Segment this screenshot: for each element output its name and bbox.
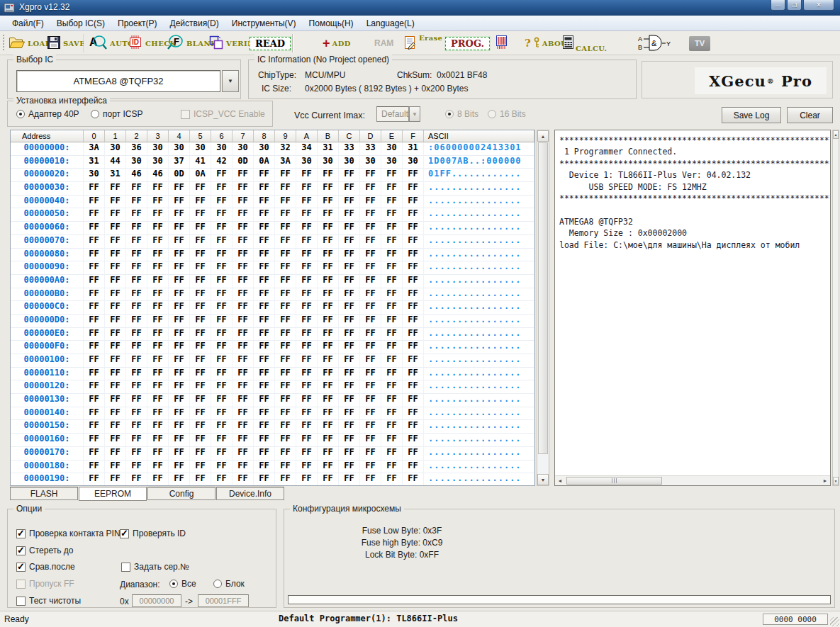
hex-byte-cell[interactable]: FF <box>190 208 211 222</box>
hex-byte-cell[interactable]: FF <box>126 182 147 196</box>
hex-byte-cell[interactable]: FF <box>403 182 424 196</box>
hex-byte-cell[interactable]: FF <box>360 208 381 222</box>
hex-byte-cell[interactable]: FF <box>126 208 147 222</box>
hex-byte-cell[interactable]: FF <box>190 222 211 235</box>
hex-byte-cell[interactable]: 31 <box>84 156 105 169</box>
hex-byte-cell[interactable]: FF <box>190 407 211 421</box>
hex-byte-cell[interactable]: FF <box>211 222 233 235</box>
hex-byte-cell[interactable]: 30 <box>233 142 254 156</box>
menu-language[interactable]: Language(L) <box>360 17 421 30</box>
hex-byte-cell[interactable]: FF <box>254 407 275 421</box>
hex-byte-cell[interactable]: FF <box>169 328 190 341</box>
hex-byte-cell[interactable]: FF <box>105 222 126 235</box>
hex-byte-cell[interactable]: FF <box>360 275 381 288</box>
hex-byte-cell[interactable]: 0A <box>190 169 211 182</box>
hex-byte-cell[interactable]: FF <box>105 354 126 368</box>
hex-byte-cell[interactable]: FF <box>403 169 424 182</box>
hex-byte-cell[interactable]: FF <box>211 368 233 381</box>
hex-byte-cell[interactable]: FF <box>296 182 318 196</box>
hex-byte-cell[interactable]: 30 <box>254 142 275 156</box>
hex-byte-cell[interactable]: FF <box>84 461 105 474</box>
hex-byte-cell[interactable]: FF <box>126 235 147 249</box>
hex-byte-cell[interactable]: FF <box>105 461 126 474</box>
hex-byte-cell[interactable]: FF <box>360 261 381 275</box>
calculator-button[interactable]: CALCU. <box>563 31 607 55</box>
hex-byte-cell[interactable]: FF <box>190 368 211 381</box>
hex-ascii-cell[interactable]: 1D007AB..:000000 <box>424 156 534 169</box>
erase-before-checkbox[interactable]: Стереть до <box>16 546 73 555</box>
hex-byte-cell[interactable]: FF <box>360 249 381 262</box>
ic-test-button[interactable] <box>492 31 510 55</box>
hex-ascii-cell[interactable]: ................ <box>424 288 534 302</box>
read-button[interactable]: READ <box>250 31 291 55</box>
hex-column-header[interactable]: 4 <box>169 130 190 142</box>
hex-byte-cell[interactable]: FF <box>403 301 424 315</box>
hex-byte-cell[interactable]: FF <box>318 301 339 315</box>
hex-byte-cell[interactable]: FF <box>105 288 126 302</box>
hex-byte-cell[interactable]: FF <box>211 461 233 474</box>
hex-byte-cell[interactable]: FF <box>403 328 424 341</box>
hex-byte-cell[interactable]: FF <box>318 473 339 486</box>
hex-byte-cell[interactable]: FF <box>126 249 147 262</box>
hex-byte-cell[interactable]: FF <box>147 341 169 354</box>
hex-byte-cell[interactable]: FF <box>233 434 254 447</box>
hex-byte-cell[interactable]: FF <box>318 380 339 394</box>
hex-byte-cell[interactable]: FF <box>190 420 211 434</box>
hex-byte-cell[interactable]: FF <box>275 461 296 474</box>
hex-byte-cell[interactable]: FF <box>296 473 318 486</box>
hex-byte-cell[interactable]: FF <box>381 182 403 196</box>
hex-byte-cell[interactable]: FF <box>254 275 275 288</box>
hex-column-header[interactable]: 5 <box>190 130 211 142</box>
hex-ascii-cell[interactable]: ................ <box>424 196 534 209</box>
hex-byte-cell[interactable]: 30 <box>403 156 424 169</box>
hex-ascii-cell[interactable]: ................ <box>424 354 534 368</box>
hex-byte-cell[interactable]: FF <box>403 208 424 222</box>
hex-byte-cell[interactable]: FF <box>211 380 233 394</box>
hex-byte-cell[interactable]: FF <box>254 354 275 368</box>
hex-byte-cell[interactable]: FF <box>381 420 403 434</box>
resize-grip[interactable] <box>830 617 839 626</box>
hex-byte-cell[interactable]: FF <box>296 301 318 315</box>
tab-device-info[interactable]: Device.Info <box>216 487 284 500</box>
hex-byte-cell[interactable]: FF <box>339 328 360 341</box>
hex-byte-cell[interactable]: FF <box>339 222 360 235</box>
hex-byte-cell[interactable]: FF <box>318 235 339 249</box>
hex-byte-cell[interactable]: FF <box>339 473 360 486</box>
hex-byte-cell[interactable]: FF <box>233 394 254 407</box>
hex-byte-cell[interactable]: FF <box>126 473 147 486</box>
hex-byte-cell[interactable]: FF <box>381 249 403 262</box>
hex-byte-cell[interactable]: FF <box>339 341 360 354</box>
hex-byte-cell[interactable]: FF <box>84 275 105 288</box>
menu-file[interactable]: Файл(F) <box>6 17 50 30</box>
hex-byte-cell[interactable]: FF <box>84 288 105 302</box>
compare-after-checkbox[interactable]: Срав.после <box>16 562 75 572</box>
hex-byte-cell[interactable]: FF <box>275 196 296 209</box>
hex-byte-cell[interactable]: FF <box>105 434 126 447</box>
hex-byte-cell[interactable]: FF <box>403 261 424 275</box>
hex-byte-cell[interactable]: FF <box>339 420 360 434</box>
hex-byte-cell[interactable]: FF <box>211 208 233 222</box>
hex-byte-cell[interactable]: FF <box>169 461 190 474</box>
menu-tools[interactable]: Инструменты(V) <box>225 17 303 30</box>
hex-byte-cell[interactable]: FF <box>190 394 211 407</box>
hex-byte-cell[interactable]: FF <box>84 407 105 421</box>
hex-byte-cell[interactable]: FF <box>381 380 403 394</box>
hex-byte-cell[interactable]: FF <box>233 222 254 235</box>
hex-byte-cell[interactable]: FF <box>233 328 254 341</box>
hex-byte-cell[interactable]: FF <box>211 275 233 288</box>
hex-byte-cell[interactable]: FF <box>126 328 147 341</box>
hex-byte-cell[interactable]: FF <box>381 208 403 222</box>
hex-byte-cell[interactable]: 0D <box>169 169 190 182</box>
range-all-radio[interactable]: Все <box>169 579 196 589</box>
hex-byte-cell[interactable]: FF <box>169 473 190 486</box>
hex-byte-cell[interactable]: FF <box>403 249 424 262</box>
hex-byte-cell[interactable]: FF <box>126 447 147 461</box>
hex-byte-cell[interactable]: 44 <box>105 156 126 169</box>
hex-byte-cell[interactable]: FF <box>254 261 275 275</box>
hex-byte-cell[interactable]: 30 <box>190 142 211 156</box>
hex-byte-cell[interactable]: FF <box>84 328 105 341</box>
hex-byte-cell[interactable]: FF <box>190 341 211 354</box>
hex-byte-cell[interactable]: FF <box>147 301 169 315</box>
hex-byte-cell[interactable]: FF <box>318 354 339 368</box>
hex-byte-cell[interactable]: 33 <box>360 142 381 156</box>
